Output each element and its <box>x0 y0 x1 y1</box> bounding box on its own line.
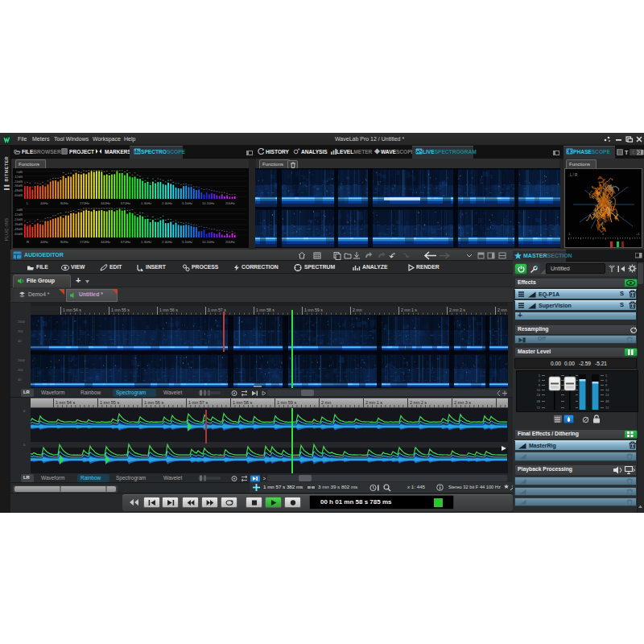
svg-text:2 mn: 2 mn <box>353 308 362 312</box>
svg-text:-24dB: -24dB <box>14 217 23 221</box>
svg-text:2 mn: 2 mn <box>321 400 331 405</box>
svg-text:0dB: 0dB <box>17 170 23 174</box>
svg-text:20kHz: 20kHz <box>225 201 235 205</box>
svg-text:5.1kHz: 5.1kHz <box>182 201 192 205</box>
svg-text:72: 72 <box>605 406 609 410</box>
svg-text:5: 5 <box>605 374 608 378</box>
svg-text:-48dB: -48dB <box>14 227 23 231</box>
svg-text:1 mn 59 s: 1 mn 59 s <box>277 400 296 405</box>
svg-text:24: 24 <box>605 393 609 397</box>
svg-text:1 mn 58 s: 1 mn 58 s <box>256 308 275 312</box>
svg-text:-60dB: -60dB <box>14 193 23 197</box>
svg-text:170Hz: 170Hz <box>80 240 89 244</box>
svg-text:10.1kHz: 10.1kHz <box>202 201 214 205</box>
svg-text:48: 48 <box>605 399 609 403</box>
svg-text:2.4kHz: 2.4kHz <box>162 240 172 244</box>
svg-text:10.1kHz: 10.1kHz <box>202 240 214 244</box>
svg-text:44Hz: 44Hz <box>40 240 48 244</box>
svg-text:1.3kHz: 1.3kHz <box>141 201 151 205</box>
svg-text:0dB: 0dB <box>17 208 23 212</box>
svg-text:-60dB: -60dB <box>14 232 23 236</box>
svg-text:44Hz: 44Hz <box>40 201 48 205</box>
svg-text:2.4kHz: 2.4kHz <box>162 201 172 205</box>
svg-text:-48dB: -48dB <box>14 188 23 192</box>
svg-text:2 mn 1 s: 2 mn 1 s <box>401 308 417 312</box>
svg-text:670Hz: 670Hz <box>121 240 130 244</box>
svg-text:16: 16 <box>537 388 541 392</box>
svg-text:340Hz: 340Hz <box>101 240 110 244</box>
svg-text:2 mn 3 s: 2 mn 3 s <box>497 308 508 312</box>
svg-text:R: R <box>27 240 29 244</box>
svg-text:1 mn 54 s: 1 mn 54 s <box>63 308 81 312</box>
svg-text:+1: +1 <box>636 232 640 236</box>
svg-text:16: 16 <box>605 388 609 392</box>
svg-text:5: 5 <box>539 374 541 378</box>
svg-text:670Hz: 670Hz <box>121 201 130 205</box>
svg-text:1 mn 55 s: 1 mn 55 s <box>111 308 130 312</box>
svg-text:1 mn 56 s: 1 mn 56 s <box>144 400 163 405</box>
svg-text:80Hz: 80Hz <box>60 240 68 244</box>
svg-text:48: 48 <box>537 399 541 403</box>
svg-text:2 mn 3 s: 2 mn 3 s <box>454 400 471 405</box>
svg-text:5.1kHz: 5.1kHz <box>182 240 192 244</box>
svg-text:8: 8 <box>605 383 608 387</box>
svg-text:-12dB: -12dB <box>14 213 23 217</box>
svg-text:0: 0 <box>605 378 608 382</box>
svg-text:1 mn 55 s: 1 mn 55 s <box>100 400 119 405</box>
svg-text:80Hz: 80Hz <box>60 201 68 205</box>
svg-text:2 mn 2 s: 2 mn 2 s <box>449 308 465 312</box>
svg-text:-36dB: -36dB <box>14 222 23 226</box>
svg-text:1 mn 54 s: 1 mn 54 s <box>56 400 75 405</box>
svg-text:L / R: L / R <box>570 173 578 177</box>
svg-text:2 mn 1 s: 2 mn 1 s <box>365 400 382 405</box>
svg-text:2 mn 2 s: 2 mn 2 s <box>410 400 427 405</box>
svg-text:-24dB: -24dB <box>14 180 23 184</box>
svg-text:1 mn 57 s: 1 mn 57 s <box>188 400 208 405</box>
svg-text:T: T <box>625 150 629 155</box>
svg-text:1.3kHz: 1.3kHz <box>141 240 151 244</box>
svg-text:-36dB: -36dB <box>14 184 23 188</box>
svg-text:0: 0 <box>539 378 541 382</box>
svg-text:20kHz: 20kHz <box>225 240 235 244</box>
svg-text:340Hz: 340Hz <box>101 201 110 205</box>
svg-text:-12dB: -12dB <box>14 175 23 179</box>
svg-text:8: 8 <box>539 383 541 387</box>
svg-text:24: 24 <box>537 393 541 397</box>
svg-text:1 mn 58 s: 1 mn 58 s <box>233 400 252 405</box>
svg-text:72: 72 <box>537 406 541 410</box>
svg-text:170Hz: 170Hz <box>80 201 89 205</box>
svg-text:1 mn 59 s: 1 mn 59 s <box>304 308 323 312</box>
svg-text:1 mn 56 s: 1 mn 56 s <box>159 308 178 312</box>
